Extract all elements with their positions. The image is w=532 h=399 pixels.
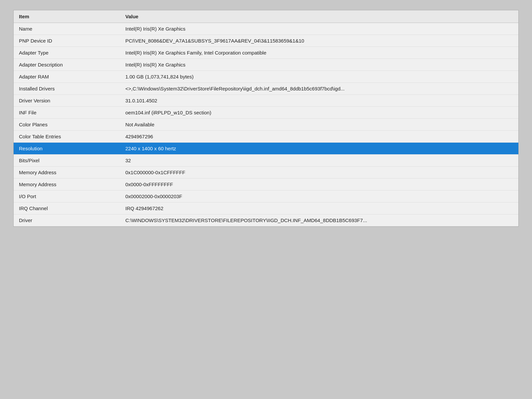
table-row[interactable]: Adapter RAM1.00 GB (1,073,741,824 bytes) [14,71,518,83]
row-value-text: 1.00 GB (1,073,741,824 bytes) [120,72,518,81]
row-value-text: oem104.inf (iRPLPD_w10_DS section) [120,108,518,117]
row-value-text: 31.0.101.4502 [120,96,518,105]
row-item-label: Memory Address [14,168,120,177]
row-value-text: <>,C:\Windows\System32\DriverStore\FileR… [120,84,518,93]
table-row[interactable]: Installed Drivers<>,C:\Windows\System32\… [14,83,518,95]
row-item-label: Memory Address [14,180,120,189]
row-item-label: Driver Version [14,96,120,105]
row-value-text: Intel(R) Iris(R) Xe Graphics [120,25,518,33]
row-value-text: PCI\VEN_8086&DEV_A7A1&SUBSYS_3F9617AA&RE… [120,37,518,45]
row-value-text: Not Available [120,120,518,129]
row-item-label: Driver [14,216,120,224]
table-row[interactable]: INF Fileoem104.inf (iRPLPD_w10_DS sectio… [14,107,518,119]
row-value-text: 0x1C000000-0x1CFFFFFF [120,168,518,177]
row-value-text: 32 [120,156,518,165]
table-header: Item Value [14,10,518,23]
table-row[interactable]: DriverC:\WINDOWS\SYSTEM32\DRIVERSTORE\FI… [14,214,518,226]
row-item-label: Color Planes [14,120,120,129]
row-item-label: INF File [14,108,120,117]
row-item-label: Bits/Pixel [14,156,120,165]
row-value-text: Intel(R) Iris(R) Xe Graphics Family, Int… [120,49,518,57]
table-row[interactable]: Adapter TypeIntel(R) Iris(R) Xe Graphics… [14,47,518,59]
row-value-text: 2240 x 1400 x 60 hertz [120,144,518,153]
row-value-text: 0x00002000-0x0000203F [120,192,518,200]
table-row[interactable]: Color Table Entries4294967296 [14,131,518,143]
row-item-label: Name [14,25,120,33]
row-item-label: Color Table Entries [14,132,120,141]
table-row[interactable]: Memory Address0x0000-0xFFFFFFFF [14,179,518,191]
header-value: Value [120,12,518,21]
row-item-label: Installed Drivers [14,84,120,93]
table-row[interactable]: NameIntel(R) Iris(R) Xe Graphics [14,23,518,35]
table-row[interactable]: Resolution2240 x 1400 x 60 hertz [14,143,518,155]
row-item-label: IRQ Channel [14,204,120,212]
table-row[interactable]: PNP Device IDPCI\VEN_8086&DEV_A7A1&SUBSY… [14,35,518,47]
row-value-text: 0x0000-0xFFFFFFFF [120,180,518,189]
table-row[interactable]: Color PlanesNot Available [14,119,518,131]
row-item-label: PNP Device ID [14,37,120,45]
table-row[interactable]: IRQ ChannelIRQ 4294967262 [14,202,518,214]
row-item-label: Adapter RAM [14,72,120,81]
table-body: NameIntel(R) Iris(R) Xe GraphicsPNP Devi… [14,23,518,226]
header-item: Item [14,12,120,21]
row-item-label: I/O Port [14,192,120,200]
table-row[interactable]: I/O Port0x00002000-0x0000203F [14,191,518,202]
table-row[interactable]: Adapter DescriptionIntel(R) Iris(R) Xe G… [14,59,518,71]
table-row[interactable]: Bits/Pixel32 [14,155,518,167]
row-value-text: IRQ 4294967262 [120,204,518,212]
properties-table: Item Value NameIntel(R) Iris(R) Xe Graph… [13,10,519,227]
row-item-label: Adapter Type [14,49,120,57]
row-value-text: C:\WINDOWS\SYSTEM32\DRIVERSTORE\FILEREPO… [120,216,518,224]
row-value-text: Intel(R) Iris(R) Xe Graphics [120,61,518,69]
row-value-text: 4294967296 [120,132,518,141]
table-row[interactable]: Memory Address0x1C000000-0x1CFFFFFF [14,167,518,179]
table-row[interactable]: Driver Version31.0.101.4502 [14,95,518,107]
row-item-label: Adapter Description [14,61,120,69]
row-item-label: Resolution [14,144,120,153]
